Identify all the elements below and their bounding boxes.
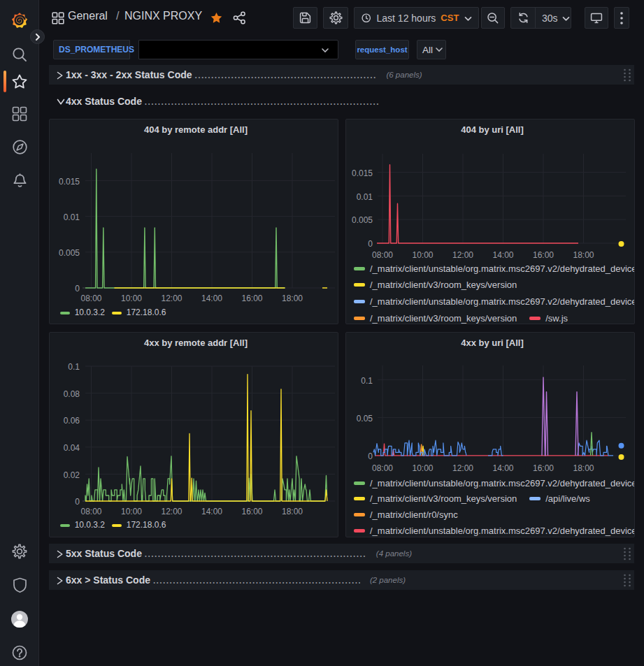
- svg-text:10:00: 10:00: [412, 463, 433, 473]
- svg-text:14:00: 14:00: [201, 294, 222, 303]
- svg-text:0: 0: [75, 284, 80, 294]
- svg-text:18:00: 18:00: [573, 250, 594, 260]
- svg-text:0.015: 0.015: [59, 177, 80, 187]
- svg-text:12:00: 12:00: [452, 250, 473, 260]
- svg-text:08:00: 08:00: [372, 250, 393, 260]
- svg-text:0.1: 0.1: [68, 362, 80, 372]
- svg-text:08:00: 08:00: [80, 294, 101, 303]
- svg-text:0.01: 0.01: [357, 192, 373, 202]
- svg-text:14:00: 14:00: [492, 463, 513, 473]
- svg-text:12:00: 12:00: [452, 463, 473, 473]
- svg-text:18:00: 18:00: [282, 294, 303, 303]
- svg-text:0.005: 0.005: [59, 248, 80, 258]
- svg-text:18:00: 18:00: [573, 463, 594, 473]
- svg-text:0.04: 0.04: [64, 443, 80, 453]
- svg-text:16:00: 16:00: [241, 507, 262, 516]
- svg-text:10:00: 10:00: [412, 250, 433, 260]
- svg-text:0.005: 0.005: [352, 215, 373, 225]
- svg-text:0: 0: [368, 451, 373, 461]
- svg-text:16:00: 16:00: [533, 250, 554, 260]
- svg-text:16:00: 16:00: [533, 463, 554, 473]
- svg-text:12:00: 12:00: [161, 294, 182, 303]
- svg-text:0: 0: [75, 497, 80, 507]
- svg-text:16:00: 16:00: [241, 294, 262, 303]
- svg-text:14:00: 14:00: [201, 507, 222, 516]
- svg-text:10:00: 10:00: [121, 294, 142, 303]
- svg-text:0.01: 0.01: [64, 212, 80, 222]
- svg-text:18:00: 18:00: [282, 507, 303, 516]
- svg-text:0.02: 0.02: [64, 470, 80, 480]
- svg-text:0.05: 0.05: [357, 414, 373, 424]
- svg-text:0.06: 0.06: [64, 416, 80, 426]
- svg-text:0.1: 0.1: [361, 376, 373, 386]
- svg-text:08:00: 08:00: [372, 463, 393, 473]
- svg-text:08:00: 08:00: [80, 507, 101, 516]
- svg-text:14:00: 14:00: [492, 250, 513, 260]
- svg-text:0: 0: [368, 239, 373, 249]
- svg-text:10:00: 10:00: [121, 507, 142, 516]
- svg-text:0.08: 0.08: [64, 389, 80, 399]
- svg-text:0.015: 0.015: [352, 168, 373, 178]
- svg-text:12:00: 12:00: [161, 507, 182, 516]
